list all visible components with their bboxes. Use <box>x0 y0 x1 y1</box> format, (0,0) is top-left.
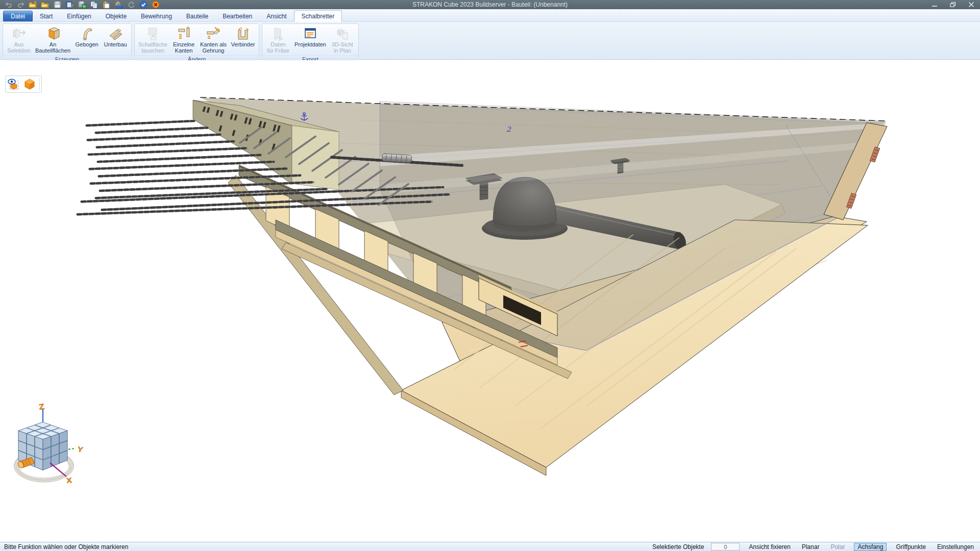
solid-object-icon[interactable] <box>23 77 37 91</box>
ribbon-group-export: Daten für Fräse Projektdaten 3D-Sicht in… <box>262 23 359 58</box>
button-schalflaeche-tauschen[interactable]: Schalfläche tauschen <box>136 25 169 54</box>
selected-objects-count[interactable] <box>711 543 740 550</box>
swap-form-face-icon <box>144 26 162 41</box>
tab-datei[interactable]: Datei <box>3 11 33 21</box>
navigation-cube[interactable]: Z Y X <box>14 402 84 485</box>
ribbon-group-erzeugen: Aus Selektion An Bauteilflächen Gebogen <box>3 23 132 58</box>
save-icon[interactable] <box>53 1 62 9</box>
button-3d-sicht-in-plan[interactable]: 3D-Sicht in Plan <box>328 25 357 54</box>
tab-bauteile[interactable]: Bauteile <box>179 11 215 21</box>
toggle-einstellungen[interactable]: Einstellungen <box>935 543 976 550</box>
button-einzelne-kanten[interactable]: Einzelne Kanten <box>169 25 198 54</box>
visibility-selection-icon[interactable] <box>7 77 21 91</box>
undo-icon[interactable] <box>4 1 13 9</box>
single-edges-icon <box>175 26 192 41</box>
formwork-3d-model: 2 <box>78 97 887 475</box>
toggle-polar[interactable]: Polar <box>828 543 847 550</box>
nav-axis-x-label[interactable]: X <box>66 476 72 485</box>
status-bar: Bitte Funktion wählen oder Objekte marki… <box>0 542 980 551</box>
status-right-cluster: Selektierte Objekte Ansicht fixieren Pla… <box>652 543 976 551</box>
button-unterbau[interactable]: Unterbau <box>101 25 130 54</box>
button-kanten-als-gehrung[interactable]: Kanten als Gehrung <box>198 25 229 54</box>
ribbon: Aus Selektion An Bauteilflächen Gebogen <box>0 22 980 60</box>
save-database-icon[interactable] <box>78 1 86 9</box>
restore-icon[interactable] <box>949 2 957 8</box>
strakon-app-window: ? STRAKON Cube 2023 Buildserver - Bautei… <box>0 0 980 551</box>
tab-objekte[interactable]: Objekte <box>99 11 134 21</box>
toolbar-divider <box>39 78 40 90</box>
svg-text:?: ? <box>70 4 74 9</box>
viewport-mini-toolbar <box>5 76 42 93</box>
button-gebogen[interactable]: Gebogen <box>72 25 101 54</box>
title-bar: ? STRAKON Cube 2023 Buildserver - Bautei… <box>0 0 980 9</box>
tab-schalbretter[interactable]: Schalbretter <box>294 10 342 22</box>
3d-view-in-plan-icon <box>334 26 351 41</box>
create-on-part-faces-icon <box>44 26 62 41</box>
toggle-planar[interactable]: Planar <box>800 543 822 550</box>
nav-axis-z-label[interactable]: Z <box>38 402 45 411</box>
toggle-griffpunkte[interactable]: Griffpunkte <box>894 543 927 550</box>
paste-home-icon[interactable] <box>114 1 123 9</box>
button-aus-selektion[interactable]: Aus Selektion <box>5 25 33 54</box>
tab-start[interactable]: Start <box>33 11 60 21</box>
tab-ansicht[interactable]: Ansicht <box>259 11 293 21</box>
quick-access-toolbar: ? <box>0 1 160 9</box>
curved-board-icon <box>78 26 95 41</box>
paste-icon[interactable] <box>102 1 111 9</box>
refresh-icon[interactable] <box>127 1 135 9</box>
confirm-icon[interactable] <box>139 1 148 9</box>
button-projektdaten[interactable]: Projektdaten <box>292 25 328 54</box>
ribbon-tab-bar: Datei Start Einfügen Objekte Bewehrung B… <box>0 9 980 22</box>
window-controls <box>931 0 977 9</box>
connector-icon <box>234 26 252 41</box>
tab-bewehrung[interactable]: Bewehrung <box>134 11 179 21</box>
selected-objects-label: Selektierte Objekte <box>652 543 704 550</box>
redo-icon[interactable] <box>16 1 25 9</box>
viewport-3d-scene[interactable]: 2 <box>0 60 980 542</box>
viewport-3d[interactable]: 2 <box>0 60 980 542</box>
open-folder-icon[interactable] <box>41 1 50 9</box>
close-icon[interactable] <box>968 2 975 8</box>
toggle-achsfang[interactable]: Achsfang <box>854 543 887 551</box>
project-data-icon <box>302 26 319 41</box>
cancel-icon[interactable] <box>151 1 160 9</box>
copy-icon[interactable] <box>90 1 99 9</box>
button-daten-fuer-fraese[interactable]: Daten für Fräse <box>264 25 292 54</box>
toggle-ansicht-fixieren[interactable]: Ansicht fixieren <box>747 543 792 550</box>
create-from-selection-icon <box>10 26 28 41</box>
minimize-icon[interactable] <box>931 2 938 8</box>
button-an-bauteilflaechen[interactable]: An Bauteilflächen <box>33 25 72 54</box>
tab-einfuegen[interactable]: Einfügen <box>60 11 98 21</box>
ribbon-group-aendern: Schalfläche tauschen Einzelne Kanten Kan… <box>134 23 259 58</box>
edges-as-miter-icon <box>205 26 222 41</box>
milling-data-icon <box>270 26 287 41</box>
tab-bearbeiten[interactable]: Bearbeiten <box>215 11 259 21</box>
substructure-icon <box>107 26 124 41</box>
button-verbinder[interactable]: Verbinder <box>229 25 257 54</box>
count-marker-label: 2 <box>507 125 511 133</box>
nav-axis-y-label[interactable]: Y <box>77 445 84 454</box>
help-file-icon[interactable]: ? <box>65 1 74 9</box>
status-message: Bitte Funktion wählen oder Objekte marki… <box>4 543 652 550</box>
open-project-icon[interactable] <box>29 1 37 9</box>
